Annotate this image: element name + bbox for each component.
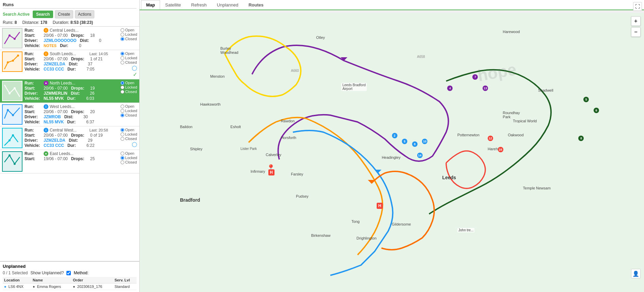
city-esholt: Esholt (231, 125, 241, 129)
red-pin-2: 16 (498, 147, 503, 152)
city-gildersome: Gildersome (392, 222, 411, 226)
purple-pin-3: 13 (483, 86, 488, 91)
distance-stat: Distance: 178 (22, 20, 47, 25)
city-airport: Leeds BradfordAirport (341, 83, 366, 91)
svg-point-4 (17, 55, 19, 57)
city-horsforth: Horsforth (281, 136, 296, 140)
map-container[interactable]: Otley Harewood BurleyWoodhead Menston Ha… (140, 13, 644, 292)
hospital-icon-1: H (268, 169, 274, 175)
city-birkenshaw: Birkenshaw (311, 233, 331, 237)
run-badge-6: ● (44, 151, 48, 156)
run-status-6: Open Locked Closed (110, 151, 137, 172)
map-area: Map Satellite Refresh Unplanned Routes ⛶ (140, 0, 644, 292)
unplanned-selected: 0 / 1 Selected (3, 271, 28, 275)
svg-point-10 (12, 134, 14, 136)
route-pin-1: 2 (392, 133, 397, 138)
map-background: Otley Harewood BurleyWoodhead Menston Ha… (140, 13, 644, 292)
runs-toolbar: Search Active Search Create Actions (3, 10, 137, 18)
map-controls-bottom: 👤 (631, 269, 641, 278)
city-pudsey: Pudsey (296, 194, 309, 198)
vehicle-link-5[interactable]: CC33 CCC (44, 143, 64, 148)
tab-refresh[interactable]: Refresh (186, 0, 212, 10)
create-button[interactable]: Create (55, 10, 73, 18)
tab-routes[interactable]: Routes (244, 0, 269, 10)
run-badge-5: i (44, 128, 48, 133)
unplanned-serv: Standard (113, 283, 137, 290)
unplanned-row[interactable]: ● LS6 4NX ● Emma Rogers ● 20230619_176 S… (3, 283, 137, 290)
city-infirmary: Infirmary (251, 169, 265, 173)
route-pin-2: 5 (402, 139, 407, 144)
driver-link-5[interactable]: JZMZELDA (44, 138, 65, 143)
route-pin-5: 14 (417, 153, 423, 158)
svg-point-3 (12, 60, 14, 62)
city-drighlington: Drighlington (357, 236, 377, 240)
run-item-6[interactable]: Run: ● East Leeds... Start: 19/06 - 07:0… (0, 150, 139, 173)
show-unplanned-label: Show Unplanned? (30, 271, 64, 275)
green-pin-2: 6 (594, 108, 599, 113)
tab-satellite[interactable]: Satellite (160, 0, 186, 10)
svg-point-0 (9, 34, 11, 36)
actions-button[interactable]: Actions (75, 10, 94, 18)
run-item-2[interactable]: Run: ! South Leeds... Last: 14:05 Start:… (0, 50, 139, 79)
show-unplanned-checkbox[interactable] (66, 271, 71, 275)
driver-link-1[interactable]: JZMLOOOOOOO (44, 38, 77, 43)
driver-link-4[interactable]: JZMROB (44, 114, 61, 119)
run-status-4: Open Locked Closed (110, 104, 137, 125)
col-location: Location (3, 277, 31, 283)
search-button[interactable]: Search (33, 11, 53, 18)
purple-pin-1: 4 (447, 86, 453, 91)
zoom-in-button[interactable]: + (631, 16, 641, 26)
run-status-5: Open Locked Closed ◯ (110, 128, 137, 148)
city-roundhay: RoundhayPark (503, 111, 520, 119)
tropical-world: Tropical World (513, 119, 537, 123)
svg-point-2 (7, 61, 9, 63)
svg-marker-13 (341, 57, 347, 61)
runs-stats: Runs: 8 Distance: 178 Duration: 8:53 (38… (3, 20, 137, 25)
city-farsley: Farsley (291, 172, 303, 176)
tab-unplanned[interactable]: Unplanned (212, 0, 244, 10)
check-icon-2: ✓ (133, 71, 137, 78)
run-status-3: Open Locked Closed (110, 81, 137, 101)
unplanned-name: ● Emma Rogers (31, 283, 72, 290)
col-order: Order (72, 277, 113, 283)
driver-link-3[interactable]: JZMMERLIN (44, 91, 67, 96)
run-item-4[interactable]: Run: i West Leeds... Start: 20/06 - 07:0… (0, 103, 139, 126)
unplanned-table: Location Name Order Serv. Lvl ● LS6 4NX … (3, 277, 137, 290)
col-name: Name (31, 277, 72, 283)
svg-point-6 (14, 87, 16, 89)
potternewton: Potternewton (457, 133, 480, 137)
person-icon-button[interactable]: 👤 (631, 269, 641, 278)
fullscreen-button[interactable]: ⛶ (633, 2, 642, 11)
vehicle-link-4[interactable]: NL55 MVK (44, 120, 64, 124)
svg-point-12 (14, 163, 16, 165)
city-bradford: Bradford (180, 197, 200, 203)
city-harewood: Harewood (503, 30, 520, 34)
run-item-1[interactable]: Run: ! Central Leeds... Start: 20/06 - 0… (0, 27, 139, 50)
vehicle-link-3[interactable]: NL55 MVK (44, 96, 64, 101)
route-pin-3: 8 (412, 141, 418, 147)
city-leeds: Leeds (442, 175, 456, 180)
method-label: Method: (74, 271, 88, 275)
run-badge-1: ! (44, 28, 48, 33)
vehicle-notes-1: NOTES (44, 44, 57, 48)
city-headingley: Headingley (382, 155, 400, 159)
runs-count: Runs: 8 (3, 20, 17, 25)
city-hawksworth: Hawksworth (200, 102, 221, 106)
driver-link-2[interactable]: JZMZELDA (44, 62, 65, 66)
run-item-3[interactable]: Run: ● North Leeds... Start: 20/06 - 07:… (0, 79, 139, 103)
zoom-out-button[interactable]: − (631, 27, 641, 37)
run-thumbnail-5 (2, 128, 22, 148)
svg-point-7 (7, 109, 9, 111)
svg-point-1 (14, 38, 16, 40)
lister-park-label: Lister Park (240, 147, 257, 151)
city-shadwell: Shadwell (538, 88, 553, 92)
road-a660: A660 (291, 69, 299, 73)
city-shipley: Shipley (190, 147, 202, 151)
vehicle-link-2[interactable]: CC33 CCC (44, 67, 64, 72)
svg-marker-15 (368, 180, 375, 183)
unplanned-section: Unplanned 0 / 1 Selected Show Unplanned?… (0, 261, 139, 292)
run-thumbnail-6 (2, 151, 22, 172)
tab-map[interactable]: Map (141, 0, 160, 10)
run-item-5[interactable]: Run: i Central West... Last: 20:58 Start… (0, 126, 139, 150)
left-panel: Runs Search Active Search Create Actions… (0, 0, 140, 292)
